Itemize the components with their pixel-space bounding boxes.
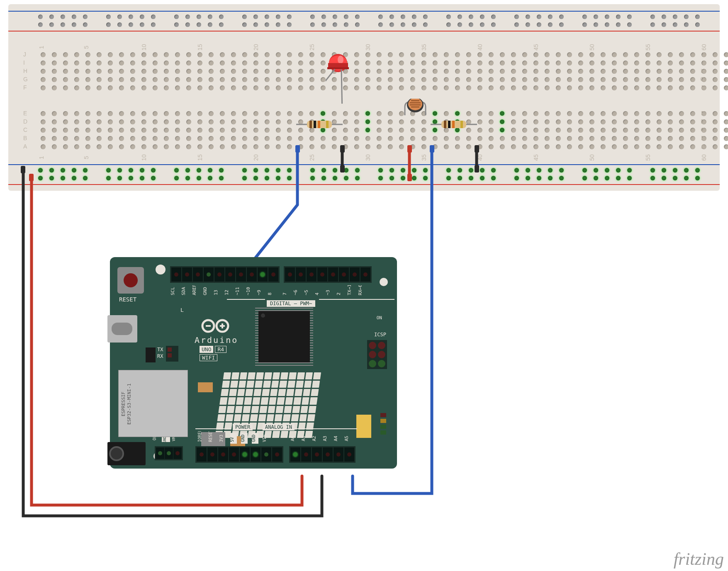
pin-9[interactable]	[258, 267, 268, 282]
connector	[430, 145, 434, 153]
svg-text:2: 2	[336, 292, 341, 295]
pin-5v[interactable]	[240, 447, 250, 462]
svg-text:GND: GND	[163, 437, 167, 443]
svg-text:A4: A4	[333, 435, 338, 441]
svg-rect-4	[327, 67, 349, 69]
tx-label: TX	[157, 347, 163, 352]
esp-title: ESPRESSIF	[121, 383, 127, 424]
svg-text:AREF: AREF	[192, 285, 197, 295]
svg-text:~9: ~9	[256, 290, 262, 295]
svg-text:GND: GND	[241, 435, 245, 442]
led-red	[326, 54, 351, 105]
svg-text:A0: A0	[290, 436, 295, 441]
svg-text:A5: A5	[344, 436, 349, 441]
connector	[295, 145, 300, 153]
svg-text:VRTC: VRTC	[172, 437, 176, 441]
connector	[407, 145, 412, 153]
svg-text:12: 12	[224, 290, 229, 295]
svg-text:~10: ~10	[246, 287, 251, 295]
svg-rect-16	[448, 121, 450, 128]
variant-label: WIFI	[200, 354, 217, 361]
svg-text:RX←0: RX←0	[358, 285, 363, 295]
svg-rect-17	[452, 121, 455, 128]
svg-text:13: 13	[213, 290, 219, 295]
svg-text:SCL: SCL	[170, 287, 175, 295]
esp-model: ESP32-S3-MINI-1	[127, 383, 133, 424]
photoresistor	[401, 99, 430, 121]
svg-text:~6: ~6	[293, 290, 298, 295]
svg-text:5V: 5V	[230, 437, 234, 442]
svg-text:3V3: 3V3	[219, 435, 224, 442]
svg-text:TX→1: TX→1	[347, 285, 352, 295]
connector	[340, 165, 345, 173]
arduino-logo-icon	[201, 318, 229, 333]
svg-text:~5: ~5	[304, 290, 309, 295]
svg-rect-9	[309, 121, 312, 128]
breadboard: 151015202530354045505560 151015202530354…	[8, 4, 720, 191]
fritzing-watermark: fritzing	[674, 549, 724, 569]
arduino-uno-r4-wifi: RESET SCLSDAAREFGND1312~11~10	[110, 257, 397, 469]
connector	[340, 145, 345, 153]
rx-label: RX	[157, 353, 163, 359]
digital-label: DIGITAL – PWM~	[267, 300, 315, 307]
svg-rect-15	[444, 121, 446, 128]
connector	[29, 174, 34, 181]
svg-text:8: 8	[267, 292, 273, 295]
svg-text:VIN: VIN	[262, 435, 267, 442]
arduino-title: Arduino	[195, 335, 238, 345]
reset-label: RESET	[119, 296, 136, 303]
icsp-label: ICSP	[374, 332, 386, 338]
svg-point-2	[338, 56, 343, 64]
reset-button[interactable]	[117, 267, 144, 294]
connector	[407, 174, 412, 181]
dc-barrel-jack	[107, 442, 146, 465]
svg-rect-18	[460, 121, 463, 128]
pin-a0[interactable]	[290, 447, 300, 462]
svg-text:~3: ~3	[325, 290, 331, 295]
svg-text:A2: A2	[312, 436, 317, 441]
svg-text:OFF: OFF	[153, 437, 157, 440]
svg-rect-10	[314, 121, 316, 128]
pin-gnd[interactable]	[251, 447, 261, 462]
svg-text:A1: A1	[301, 436, 306, 441]
svg-rect-11	[318, 121, 320, 128]
svg-text:GND: GND	[251, 435, 256, 442]
svg-text:A3: A3	[322, 436, 328, 441]
svg-rect-12	[326, 121, 329, 128]
resistor-1	[295, 119, 344, 131]
on-label: ON	[377, 315, 382, 321]
svg-text:SDA: SDA	[181, 287, 186, 295]
svg-text:RESET: RESET	[208, 431, 213, 442]
svg-text:4: 4	[314, 292, 320, 295]
connector	[475, 165, 479, 173]
resistor-2	[429, 119, 479, 131]
svg-text:IOREF: IOREF	[197, 431, 202, 442]
model-label: UNO	[200, 346, 213, 353]
connector	[475, 145, 479, 153]
rev-label: R4	[215, 346, 226, 353]
usb-c-port	[107, 315, 137, 343]
svg-text:GND: GND	[202, 287, 208, 295]
svg-text:~11: ~11	[235, 287, 240, 295]
connector	[21, 166, 25, 173]
svg-text:7: 7	[282, 292, 287, 295]
microcontroller-chip	[258, 311, 310, 362]
l-label: L	[180, 307, 184, 313]
